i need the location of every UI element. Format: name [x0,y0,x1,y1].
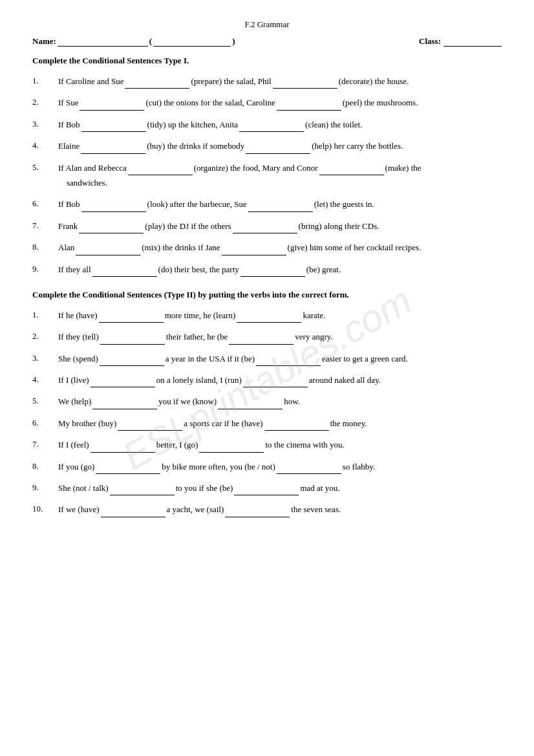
list-item: 3. If Bob(tidy) up the kitchen, Anita(cl… [32,117,502,132]
paren-close: ) [232,36,235,47]
blank[interactable] [92,266,157,277]
list-item: 8. If you (go)by bike more often, you (b… [32,459,502,474]
blank[interactable] [222,245,286,255]
list-item: 4. Elaine(buy) the drinks if somebody(he… [32,138,502,153]
header-row: Name: ( ) Class: [32,36,502,47]
item-num: 5. [32,160,58,175]
blank[interactable] [319,165,384,175]
sentence-text: If you (go)by bike more often, you (be /… [58,459,502,474]
list-item: 9. She (not / talk)to you if she (be)mad… [32,481,502,495]
item-num: 5. [32,394,58,408]
section1: Complete the Conditional Sentences Type … [32,56,502,277]
blank[interactable] [243,377,308,387]
class-field-group: Class: [419,36,502,47]
blank[interactable] [264,420,329,431]
blank[interactable] [239,122,304,132]
blank[interactable] [80,100,144,111]
blank[interactable] [237,312,301,323]
section1-title: Complete the Conditional Sentences Type … [32,56,502,66]
blank[interactable] [128,165,193,175]
class-label: Class: [419,36,441,47]
blank[interactable] [92,399,157,409]
blank[interactable] [81,122,146,132]
blank[interactable] [277,464,341,474]
item-num: 9. [32,262,58,276]
blank[interactable] [81,202,146,212]
blank[interactable] [91,442,155,453]
blank[interactable] [233,223,297,233]
sentence-text: If Alan and Rebecca(organize) the food, … [58,160,502,191]
section2-list: 1. If he (have)more time, he (learn)kara… [32,308,502,517]
sentence-text: If I (live)on a lonely island, I (run)ar… [58,373,502,387]
blank[interactable] [100,356,164,366]
item-num: 2. [32,95,58,109]
section1-list: 1. If Caroline and Sue(prepare) the sala… [32,74,502,277]
list-item: 5. If Alan and Rebecca(organize) the foo… [32,160,502,191]
section2: Complete the Conditional Sentences (Type… [32,290,502,517]
list-item: 10. If we (have)a yacht, we (sail)the se… [32,502,502,517]
list-item: 7. Frank(play) the DJ if the others(brin… [32,219,502,233]
blank[interactable] [218,399,283,409]
blank[interactable] [225,507,290,517]
blank[interactable] [81,144,145,154]
list-item: 4. If I (live)on a lonely island, I (run… [32,373,502,387]
blank[interactable] [256,356,321,366]
item-num: 3. [32,117,58,131]
sentence-text: Elaine(buy) the drinks if somebody(help)… [58,138,502,153]
sentence-text: If he (have)more time, he (learn)karate. [58,308,502,323]
blank[interactable] [100,334,165,345]
blank[interactable] [199,442,264,453]
blank[interactable] [229,334,294,345]
blank[interactable] [110,485,175,495]
item-num: 8. [32,459,58,473]
sentence-text: If they all(do) their best, the party(be… [58,262,502,277]
blank[interactable] [96,464,160,474]
class-input[interactable] [443,36,502,47]
sentence-text: If Sue(cut) the onions for the salad, Ca… [58,95,502,110]
name-input-2[interactable] [153,36,231,47]
blank[interactable] [234,485,299,495]
sentence-text: If Bob(look) after the barbecue, Sue(let… [58,197,502,211]
blank[interactable] [125,78,189,89]
item-num: 3. [32,351,58,365]
item-num: 7. [32,437,58,451]
blank[interactable] [79,223,144,233]
blank[interactable] [99,312,164,323]
item-num: 9. [32,481,58,495]
item-num: 4. [32,138,58,153]
list-item: 1. If he (have)more time, he (learn)kara… [32,308,502,323]
sentence-text: My brother (buy)a sports car if he (have… [58,416,502,431]
list-item: 2. If they (tell)their father, he (bever… [32,329,502,344]
blank[interactable] [240,266,305,277]
list-item: 3. She (spend)a year in the USA if it (b… [32,351,502,366]
name-input[interactable] [58,36,148,47]
page-title: F.2 Grammar [32,19,502,30]
item-num: 4. [32,373,58,387]
list-item: 2. If Sue(cut) the onions for the salad,… [32,95,502,110]
blank[interactable] [248,202,313,212]
sentence-text: If they (tell)their father, he (bevery a… [58,329,502,344]
paren-open: ( [149,36,152,47]
blank[interactable] [273,78,337,89]
item-num: 8. [32,240,58,254]
sentence-text: We (help)you if we (know)how. [58,394,502,409]
blank[interactable] [246,144,310,154]
blank[interactable] [76,245,140,255]
item-num: 1. [32,74,58,88]
list-item: 8. Alan(mix) the drinks if Jane(give) hi… [32,240,502,255]
list-item: 5. We (help)you if we (know)how. [32,394,502,409]
list-item: 6. If Bob(look) after the barbecue, Sue(… [32,197,502,211]
list-item: 6. My brother (buy)a sports car if he (h… [32,416,502,431]
name-label: Name: [32,36,56,47]
blank[interactable] [118,420,182,431]
item-num: 10. [32,502,58,516]
item-num: 6. [32,197,58,211]
item-num: 7. [32,219,58,233]
blank[interactable] [101,507,166,517]
sentence-text: If Bob(tidy) up the kitchen, Anita(clean… [58,117,502,132]
list-item: 9. If they all(do) their best, the party… [32,262,502,277]
blank[interactable] [91,377,155,387]
blank[interactable] [277,100,341,111]
item-num: 6. [32,416,58,430]
list-item: 1. If Caroline and Sue(prepare) the sala… [32,74,502,89]
